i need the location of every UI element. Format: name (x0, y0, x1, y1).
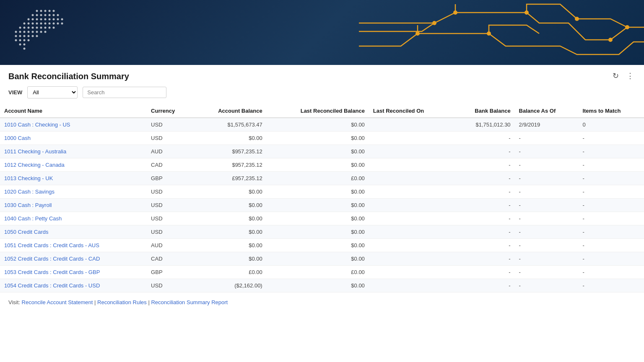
cell-bank_balance: - (452, 266, 514, 279)
cell-items_to_match: - (578, 212, 644, 225)
cell-bank_balance: - (452, 199, 514, 212)
footer-prefix: Visit: (8, 299, 22, 305)
svg-point-9 (49, 14, 51, 16)
svg-point-0 (36, 10, 38, 12)
svg-point-44 (32, 31, 34, 33)
svg-point-13 (32, 18, 34, 21)
cell-bank_balance: $1,751,012.30 (452, 118, 514, 132)
cell-items_to_match: - (578, 266, 644, 279)
svg-point-27 (49, 23, 51, 25)
cell-account_name[interactable]: 1052 Credit Cards : Credit Cards - CAD (0, 252, 147, 266)
svg-point-38 (49, 27, 51, 29)
table-row: 1011 Checking - AustraliaAUD$957,235.12$… (0, 145, 644, 158)
cell-last_reconciled_on (369, 118, 452, 132)
cell-balance_as_of: - (515, 145, 579, 158)
svg-point-35 (36, 27, 38, 29)
cell-bank_balance: - (452, 239, 514, 252)
bank-reconciliation-table: Account Name Currency Account Balance La… (0, 104, 644, 292)
svg-point-12 (28, 18, 30, 21)
table-row: 1012 Checking - CanadaCAD$957,235.12$0.0… (0, 158, 644, 172)
cell-account_balance: $0.00 (192, 199, 267, 212)
cell-bank_balance: - (452, 158, 514, 172)
svg-point-64 (625, 25, 629, 29)
cell-account_name[interactable]: 1054 Credit Cards : Credit Cards - USD (0, 279, 147, 292)
svg-point-65 (415, 31, 420, 36)
cell-account_name[interactable]: 1013 Checking - UK (0, 172, 147, 185)
cell-bank_balance: - (452, 279, 514, 292)
cell-account_name[interactable]: 1050 Credit Cards (0, 225, 147, 239)
svg-point-3 (49, 10, 51, 12)
cell-last_reconciled_balance: $0.00 (267, 199, 369, 212)
view-select[interactable]: All Active Inactive (27, 86, 78, 98)
svg-point-61 (432, 21, 436, 25)
cell-balance_as_of: - (515, 185, 579, 199)
svg-point-26 (44, 23, 47, 25)
cell-last_reconciled_balance: £0.00 (267, 172, 369, 185)
svg-point-50 (23, 35, 26, 37)
svg-point-52 (32, 35, 34, 37)
footer-separator-1: | (94, 299, 97, 305)
circuit-decoration (359, 0, 644, 65)
cell-items_to_match: - (578, 185, 644, 199)
cell-items_to_match: - (578, 158, 644, 172)
svg-point-17 (49, 18, 51, 21)
cell-last_reconciled_balance: $0.00 (267, 225, 369, 239)
link-reconcile-account-statement[interactable]: Reconcile Account Statement (22, 299, 93, 305)
svg-point-11 (57, 14, 59, 16)
cell-bank_balance: - (452, 132, 514, 145)
cell-account_balance: £957,235.12 (192, 172, 267, 185)
cell-account_balance: $0.00 (192, 212, 267, 225)
cell-last_reconciled_on (369, 225, 452, 239)
cell-last_reconciled_balance: $0.00 (267, 212, 369, 225)
cell-items_to_match: - (578, 132, 644, 145)
svg-point-56 (23, 39, 26, 41)
svg-point-54 (15, 39, 17, 41)
cell-items_to_match: - (578, 145, 644, 158)
more-options-button[interactable]: ⋮ (625, 70, 636, 81)
cell-account_name[interactable]: 1011 Checking - Australia (0, 145, 147, 158)
link-reconciliation-summary-report[interactable]: Reconciliation Summary Report (151, 299, 228, 305)
table-row: 1050 Credit CardsUSD$0.00$0.00--- (0, 225, 644, 239)
col-items-to-match: Items to Match (578, 104, 644, 118)
cell-bank_balance: - (452, 212, 514, 225)
cell-account_name[interactable]: 1051 Credit Cards : Credit Cards - AUS (0, 239, 147, 252)
cell-balance_as_of: - (515, 199, 579, 212)
cell-items_to_match: - (578, 199, 644, 212)
svg-point-2 (44, 10, 47, 12)
refresh-button[interactable]: ↻ (611, 70, 621, 81)
cell-items_to_match: - (578, 172, 644, 185)
cell-account_name[interactable]: 1040 Cash : Petty Cash (0, 212, 147, 225)
svg-point-22 (28, 23, 30, 25)
svg-point-67 (575, 17, 579, 21)
cell-currency: AUD (147, 145, 192, 158)
col-last-reconciled-balance: Last Reconciled Balance (267, 104, 369, 118)
svg-point-30 (61, 23, 63, 25)
svg-point-4 (53, 10, 55, 12)
cell-account_name[interactable]: 1053 Credit Cards : Credit Cards - GBP (0, 266, 147, 279)
svg-point-37 (44, 27, 47, 29)
cell-currency: CAD (147, 252, 192, 266)
cell-last_reconciled_on (369, 252, 452, 266)
svg-point-47 (44, 31, 47, 33)
cell-account_name[interactable]: 1000 Cash (0, 132, 147, 145)
cell-account_name[interactable]: 1030 Cash : Payroll (0, 199, 147, 212)
svg-point-53 (36, 35, 38, 37)
footer-links: Visit: Reconcile Account Statement | Rec… (8, 299, 636, 305)
cell-last_reconciled_on (369, 185, 452, 199)
table-row: 1053 Credit Cards : Credit Cards - GBPGB… (0, 266, 644, 279)
cell-account_name[interactable]: 1020 Cash : Savings (0, 185, 147, 199)
link-reconciliation-rules[interactable]: Reconciliation Rules (97, 299, 147, 305)
cell-account_name[interactable]: 1012 Checking - Canada (0, 158, 147, 172)
cell-last_reconciled_balance: $0.00 (267, 158, 369, 172)
cell-last_reconciled_balance: $0.00 (267, 252, 369, 266)
cell-last_reconciled_on (369, 158, 452, 172)
svg-point-41 (19, 31, 21, 33)
svg-point-28 (53, 23, 55, 25)
toolbar-icons: ↻ ⋮ (611, 70, 636, 81)
controls-row: VIEW All Active Inactive (8, 86, 636, 98)
search-input[interactable] (83, 87, 166, 98)
cell-bank_balance: - (452, 145, 514, 158)
svg-point-43 (28, 31, 30, 33)
svg-point-42 (23, 31, 26, 33)
cell-account_name[interactable]: 1010 Cash : Checking - US (0, 118, 147, 132)
